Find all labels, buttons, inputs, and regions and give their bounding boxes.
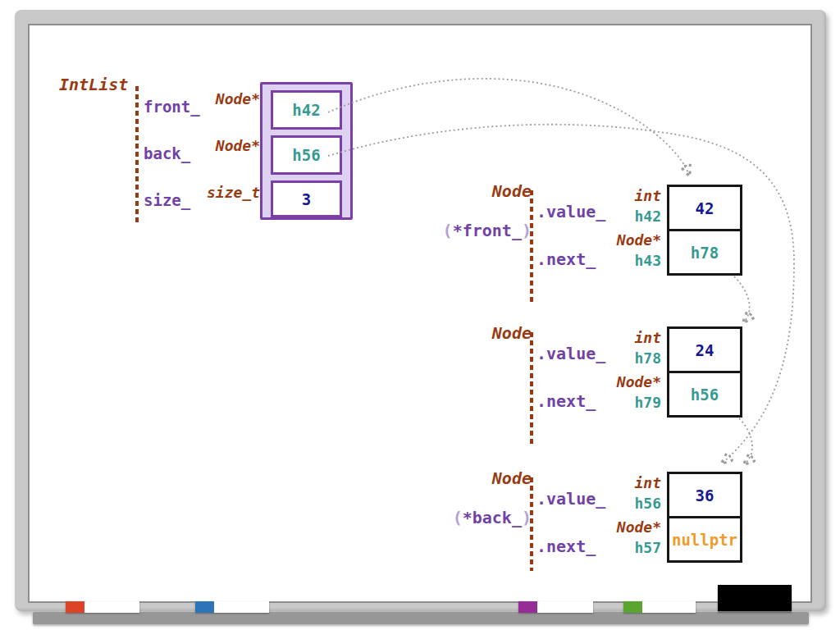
node3-field-type-value: int (574, 475, 661, 491)
node1-alias-core: *front_ (453, 221, 522, 240)
marker-green (623, 601, 696, 613)
marker-body (642, 601, 696, 613)
marker-cap (518, 601, 537, 613)
node2-title: Node (427, 324, 532, 342)
intlist-cell-size: 3 (271, 180, 342, 217)
intlist-field-type-size: size_t (164, 185, 260, 201)
marker-cap (195, 601, 214, 613)
node1-field-type-next: Node* (574, 232, 661, 249)
intlist-field-type-front: Node* (164, 91, 260, 107)
node2-field-addr-next: h79 (574, 395, 661, 411)
node1-field-addr-next: h43 (574, 253, 661, 269)
node2-bracket-dashed-line (530, 332, 533, 445)
node-object-3: Node (*back_) .value_ int h56 Node* .nex… (427, 469, 746, 594)
node1-alias-close-paren: ) (522, 221, 532, 240)
node1-alias: (*front_) (420, 221, 532, 240)
intlist-highlight-box: h42 h56 3 (260, 82, 353, 220)
node1-title: Node (427, 182, 532, 200)
node1-box: 42 h78 (667, 185, 742, 276)
node3-cell-value: 36 (669, 474, 740, 518)
marker-cap (66, 601, 84, 613)
node-object-2: Node .value_ int h78 Node* .next_ h79 24… (427, 324, 746, 449)
marker-body (537, 601, 593, 613)
node2-cell-value: 24 (669, 329, 740, 373)
marker-cap (623, 601, 642, 613)
marker-blue (195, 601, 269, 613)
node2-field-type-value: int (574, 330, 661, 346)
node3-field-addr-next: h57 (574, 540, 661, 556)
marker-body (214, 601, 269, 613)
node3-alias-core: *back_ (463, 508, 522, 527)
node3-field-addr-value: h56 (574, 495, 661, 512)
node1-cell-next: h78 (669, 231, 740, 273)
eraser (718, 585, 792, 611)
node1-field-addr-value: h42 (574, 208, 661, 225)
node1-alias-open-paren: ( (443, 221, 453, 240)
node1-cell-value: 42 (669, 187, 740, 231)
node2-box: 24 h56 (667, 326, 742, 418)
node3-title: Node (427, 469, 532, 487)
marker-tray (33, 612, 809, 624)
node3-cell-next: nullptr (669, 518, 740, 560)
node2-cell-next: h56 (669, 373, 740, 415)
node2-field-type-next: Node* (574, 374, 661, 390)
node-object-1: Node (*front_) .value_ int h42 Node* .ne… (427, 182, 746, 307)
node2-field-addr-value: h78 (574, 350, 661, 367)
intlist-object: IntList front_ Node* back_ Node* size_ s… (59, 75, 371, 231)
node3-alias: (*back_) (420, 509, 532, 527)
intlist-bracket-dashed-line (135, 86, 139, 223)
node3-field-type-next: Node* (574, 519, 661, 536)
node3-alias-open-paren: ( (453, 508, 463, 527)
node3-box: 36 nullptr (667, 472, 742, 563)
intlist-cell-front: h42 (271, 90, 342, 130)
intlist-field-type-back: Node* (164, 138, 260, 154)
marker-purple (518, 601, 593, 613)
whiteboard-scene: IntList front_ Node* back_ Node* size_ s… (0, 0, 840, 630)
marker-body (84, 601, 139, 613)
intlist-cell-back: h56 (271, 135, 342, 175)
marker-red (66, 601, 139, 613)
node3-alias-close-paren: ) (522, 508, 532, 527)
intlist-title: IntList (59, 75, 128, 94)
node1-field-type-value: int (574, 188, 661, 204)
node1-bracket-dashed-line (530, 190, 533, 304)
